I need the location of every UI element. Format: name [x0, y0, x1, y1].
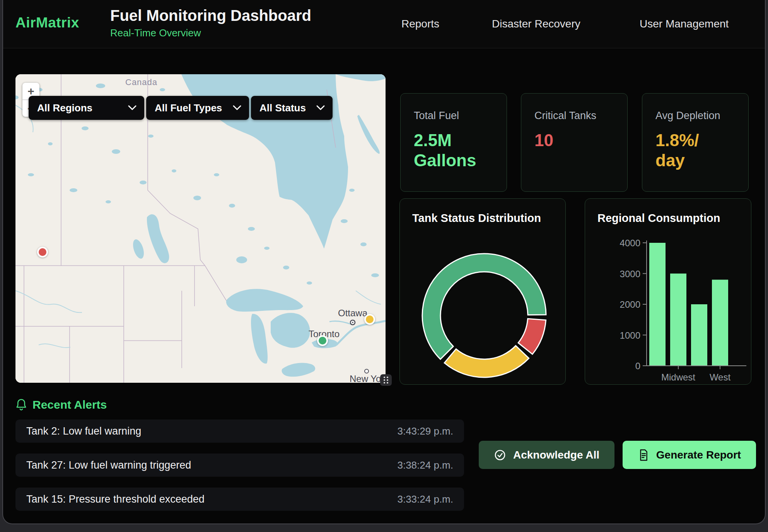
map-town-dot-newyork — [365, 369, 369, 373]
alert-message: Tank 27: Low fuel warning triggered — [26, 459, 191, 471]
alert-message: Tank 15: Pressure threshold exceeded — [26, 493, 205, 505]
y-tick-label: 4000 — [620, 238, 640, 248]
recent-alerts-header: Recent Alerts — [15, 398, 107, 411]
regional-consumption-card: Regional Consumption 01000200030004000Mi… — [585, 198, 751, 385]
tank-marker-warning[interactable] — [364, 314, 375, 325]
map-town-dot-ottawa-core — [352, 322, 353, 323]
main-nav: ReportsDisaster RecoveryUser Management — [3, 0, 765, 48]
map-resize-handle[interactable] — [380, 374, 392, 386]
acknowledge-all-label: Acknowledge All — [513, 449, 599, 461]
alert-row[interactable]: Tank 27: Low fuel warning triggered3:38:… — [15, 454, 464, 477]
filter-label: All Status — [259, 102, 306, 114]
map-filter-bar: All RegionsAll Fuel TypesAll Status — [29, 96, 333, 120]
dashboard-shell: AirMatrix Fuel Monitoring Dashboard Real… — [2, 0, 766, 524]
y-tick-label: 1000 — [620, 330, 640, 341]
x-tick-label-midwest: Midwest — [661, 372, 695, 382]
kpi-value: 10 — [534, 130, 610, 150]
alert-timestamp: 3:33:24 p.m. — [397, 493, 453, 505]
nav-item-reports[interactable]: Reports — [401, 18, 439, 30]
alert-timestamp: 3:38:24 p.m. — [397, 459, 453, 471]
kpi-label: Critical Tanks — [534, 110, 627, 122]
filter-dropdown-all-status[interactable]: All Status — [251, 96, 333, 120]
map-label-ottawa: Ottawa — [338, 308, 368, 318]
y-tick-label: 0 — [635, 361, 640, 371]
alert-timestamp: 3:43:29 p.m. — [397, 425, 453, 437]
drag-dots-icon — [383, 376, 389, 384]
map-label-canada: Canada — [125, 77, 157, 87]
alert-message: Tank 2: Low fuel warning — [26, 425, 141, 437]
generate-report-button[interactable]: Generate Report — [623, 441, 756, 469]
consumption-bar-2[interactable] — [691, 304, 707, 366]
kpi-card-critical-tanks: Critical Tanks10 — [521, 93, 628, 192]
filter-label: All Regions — [37, 102, 92, 114]
chevron-down-icon — [233, 105, 241, 111]
chevron-down-icon — [316, 105, 325, 111]
chevron-down-icon — [128, 105, 137, 111]
consumption-bar-0[interactable] — [649, 243, 666, 366]
filter-dropdown-all-regions[interactable]: All Regions — [29, 96, 144, 120]
consumption-bar-3[interactable] — [712, 280, 728, 366]
bell-icon — [15, 398, 27, 411]
nav-item-user-management[interactable]: User Management — [640, 18, 729, 30]
kpi-label: Avg Depletion — [655, 110, 748, 122]
tank-marker-normal[interactable] — [317, 335, 328, 346]
acknowledge-all-button[interactable]: Acknowledge All — [479, 441, 614, 469]
header: AirMatrix Fuel Monitoring Dashboard Real… — [3, 0, 765, 48]
tank-status-donut-chart — [400, 199, 566, 385]
nav-item-disaster-recovery[interactable]: Disaster Recovery — [492, 18, 580, 30]
generate-report-label: Generate Report — [656, 449, 741, 461]
alert-row[interactable]: Tank 15: Pressure threshold exceeded3:33… — [15, 488, 464, 511]
tank-marker-critical[interactable] — [37, 247, 48, 257]
donut-segment-critical[interactable] — [518, 319, 546, 354]
x-tick-label-west: West — [710, 372, 731, 382]
check-circle-icon — [494, 449, 506, 461]
y-tick-label: 3000 — [620, 269, 640, 279]
consumption-bar-1[interactable] — [670, 274, 686, 366]
regional-consumption-title: Regional Consumption — [597, 212, 720, 225]
kpi-label: Total Fuel — [414, 110, 507, 122]
report-file-icon — [638, 449, 649, 461]
map-canvas: Canada Ottawa Toronto New York — [15, 74, 386, 383]
kpi-card-avg-depletion: Avg Depletion1.8%/ day — [642, 93, 749, 192]
donut-segment-warning[interactable] — [444, 346, 529, 377]
recent-alerts-title: Recent Alerts — [32, 398, 107, 411]
kpi-value: 1.8%/ day — [655, 130, 731, 171]
tank-status-title: Tank Status Distribution — [412, 212, 541, 225]
kpi-value: 2.5M Gallons — [414, 130, 489, 171]
filter-dropdown-all-fuel-types[interactable]: All Fuel Types — [146, 96, 249, 120]
filter-label: All Fuel Types — [155, 102, 222, 114]
y-tick-label: 2000 — [620, 299, 640, 310]
fuel-map[interactable]: Canada Ottawa Toronto New York — [15, 74, 386, 383]
alert-row[interactable]: Tank 2: Low fuel warning3:43:29 p.m. — [15, 419, 464, 443]
tank-status-card: Tank Status Distribution — [399, 198, 566, 385]
regional-consumption-bar-chart: 01000200030004000MidwestWest — [585, 199, 752, 385]
kpi-card-total-fuel: Total Fuel2.5M Gallons — [400, 93, 507, 192]
